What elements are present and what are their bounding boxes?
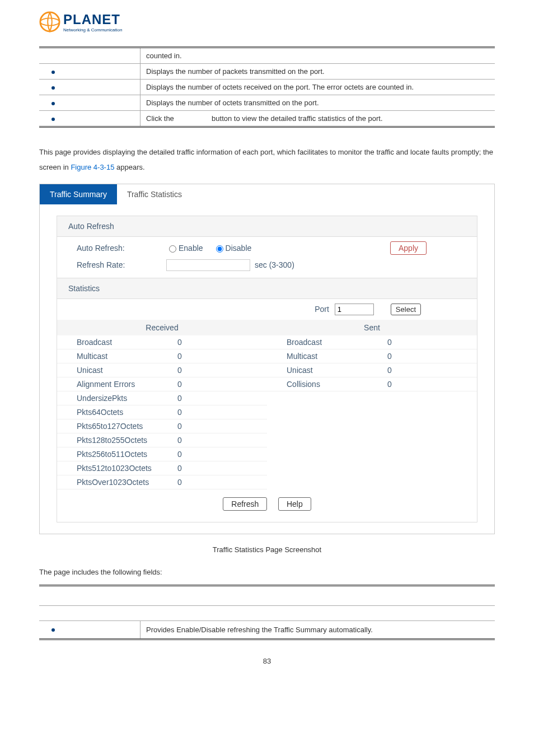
stat-value: 0 bbox=[177, 450, 267, 459]
port-input[interactable] bbox=[335, 304, 374, 315]
disable-radio-input[interactable] bbox=[216, 245, 223, 253]
stat-value: 0 bbox=[387, 366, 477, 375]
intro-paragraph: This page provides displaying the detail… bbox=[39, 144, 495, 175]
stat-label: Pkts128to255Octets bbox=[57, 436, 177, 445]
statistics-header: Statistics bbox=[57, 278, 477, 299]
table-row: Provides Enable/Disable refreshing the T… bbox=[39, 620, 495, 639]
table-row: Displays the number of packets transmitt… bbox=[39, 64, 495, 80]
settings-panel: Auto Refresh Auto Refresh: Enable Disabl… bbox=[57, 216, 477, 522]
stats-columns-header: Received Sent bbox=[57, 320, 477, 335]
stat-label: Broadcast bbox=[57, 338, 177, 347]
select-button[interactable]: Select bbox=[391, 304, 421, 315]
sent-header: Sent bbox=[267, 320, 477, 335]
stat-label: Pkts256to511Octets bbox=[57, 450, 177, 459]
bullet-icon bbox=[51, 102, 55, 105]
stat-row: Multicast0 bbox=[57, 349, 267, 363]
received-column: Broadcast0Multicast0Unicast0Alignment Er… bbox=[57, 335, 267, 489]
stat-value: 0 bbox=[177, 394, 267, 403]
logo-subtitle: Networking & Communication bbox=[63, 27, 122, 32]
table-row: Displays the number of octets transmitte… bbox=[39, 95, 495, 111]
stat-value: 0 bbox=[177, 366, 267, 375]
stat-row: PktsOver1023Octets0 bbox=[57, 475, 267, 489]
logo-title: PLANET bbox=[63, 12, 122, 27]
stat-label: Multicast bbox=[267, 352, 387, 361]
refresh-button[interactable]: Refresh bbox=[223, 497, 267, 511]
stat-label: Collisions bbox=[267, 380, 387, 389]
apply-button[interactable]: Apply bbox=[390, 241, 427, 255]
auto-refresh-label: Auto Refresh: bbox=[77, 244, 166, 253]
stat-label: Multicast bbox=[57, 352, 177, 361]
table-row bbox=[39, 585, 495, 605]
stat-row: Unicast0 bbox=[267, 363, 477, 377]
stat-row: Pkts256to511Octets0 bbox=[57, 447, 267, 461]
page-number: 83 bbox=[39, 657, 495, 665]
figure-link[interactable]: Figure 4-3-15 bbox=[71, 163, 114, 171]
stat-label: Broadcast bbox=[267, 338, 387, 347]
stat-row: Multicast0 bbox=[267, 349, 477, 363]
stat-value: 0 bbox=[177, 478, 267, 487]
figure-caption: Traffic Statistics Page Screenshot bbox=[39, 545, 495, 554]
tab-bar: Traffic Summary Traffic Statistics bbox=[40, 184, 494, 204]
refresh-rate-label: Refresh Rate: bbox=[77, 260, 166, 269]
bullet-icon bbox=[51, 628, 55, 632]
refresh-rate-input[interactable] bbox=[166, 259, 250, 271]
stat-row: Pkts65to127Octets0 bbox=[57, 419, 267, 433]
stat-row: UndersizePkts0 bbox=[57, 391, 267, 405]
stat-row: Pkts128to255Octets0 bbox=[57, 433, 267, 447]
stat-row: Pkts512to1023Octets0 bbox=[57, 461, 267, 475]
stat-label: Unicast bbox=[57, 366, 177, 375]
port-label: Port bbox=[315, 305, 329, 314]
stat-value: 0 bbox=[177, 408, 267, 417]
stat-value: 0 bbox=[177, 422, 267, 431]
disable-radio-label: Disable bbox=[226, 244, 252, 253]
svg-point-1 bbox=[40, 18, 59, 25]
enable-radio-label: Enable bbox=[179, 244, 203, 253]
disable-radio[interactable]: Disable bbox=[213, 244, 252, 253]
stat-value: 0 bbox=[177, 338, 267, 347]
bullet-icon bbox=[51, 86, 55, 90]
tab-traffic-statistics[interactable]: Traffic Statistics bbox=[117, 184, 192, 204]
stat-label: Unicast bbox=[267, 366, 387, 375]
stat-value: 0 bbox=[387, 352, 477, 361]
tab-traffic-summary[interactable]: Traffic Summary bbox=[40, 184, 117, 204]
stat-row: Broadcast0 bbox=[267, 335, 477, 349]
stat-value: 0 bbox=[387, 380, 477, 389]
stat-row: Unicast0 bbox=[57, 363, 267, 377]
stat-row: Broadcast0 bbox=[57, 335, 267, 349]
stat-label: Pkts65to127Octets bbox=[57, 422, 177, 431]
table-row: counted in. bbox=[39, 48, 495, 64]
stat-label: Alignment Errors bbox=[57, 380, 177, 389]
stat-value: 0 bbox=[177, 352, 267, 361]
app-screenshot: Traffic Summary Traffic Statistics Auto … bbox=[39, 184, 495, 534]
stat-value: 0 bbox=[177, 464, 267, 473]
stats-body: Broadcast0Multicast0Unicast0Alignment Er… bbox=[57, 335, 477, 489]
stat-value: 0 bbox=[177, 436, 267, 445]
received-header: Received bbox=[57, 320, 267, 335]
enable-radio[interactable]: Enable bbox=[166, 244, 203, 253]
stat-value: 0 bbox=[387, 338, 477, 347]
stat-row: Pkts64Octets0 bbox=[57, 405, 267, 419]
stat-value: 0 bbox=[177, 380, 267, 389]
bullet-icon bbox=[51, 118, 55, 121]
table-row: Click the button to view the detailed tr… bbox=[39, 111, 495, 127]
enable-radio-input[interactable] bbox=[169, 245, 176, 253]
desc-text: Click the bbox=[146, 114, 176, 123]
stat-row: Alignment Errors0 bbox=[57, 377, 267, 391]
fields-intro: The page includes the following fields: bbox=[39, 568, 495, 576]
desc-text: button to view the detailed traffic stat… bbox=[212, 114, 382, 123]
help-button[interactable]: Help bbox=[278, 497, 311, 511]
stat-label: UndersizePkts bbox=[57, 394, 177, 403]
fields-table: Provides Enable/Disable refreshing the T… bbox=[39, 585, 495, 640]
planet-logo-icon bbox=[39, 11, 60, 32]
table-row: Displays the number of octets received o… bbox=[39, 80, 495, 95]
stat-row: Collisions0 bbox=[267, 377, 477, 391]
stat-label: PktsOver1023Octets bbox=[57, 478, 177, 487]
svg-point-0 bbox=[40, 12, 59, 31]
sec-range-label: sec (3-300) bbox=[255, 260, 294, 269]
bullet-icon bbox=[51, 71, 55, 74]
spec-table: counted in. Displays the number of packe… bbox=[39, 46, 495, 128]
stat-label: Pkts512to1023Octets bbox=[57, 464, 177, 473]
stat-label: Pkts64Octets bbox=[57, 408, 177, 417]
logo: PLANET Networking & Communication bbox=[39, 11, 495, 38]
sent-column: Broadcast0Multicast0Unicast0Collisions0 bbox=[267, 335, 477, 489]
